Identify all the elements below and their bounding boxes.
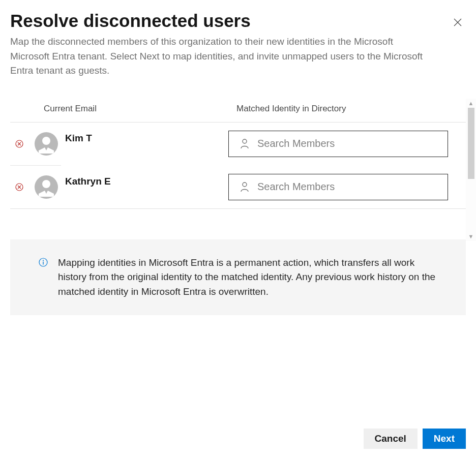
user-list: Current Email Matched Identity in Direct… bbox=[10, 99, 466, 209]
user-row: Kim T bbox=[10, 123, 466, 165]
avatar bbox=[35, 175, 58, 199]
search-members-field[interactable] bbox=[228, 131, 448, 157]
search-members-field[interactable] bbox=[228, 174, 448, 200]
user-name: Kathryn E bbox=[58, 176, 228, 187]
search-members-input[interactable] bbox=[257, 181, 448, 193]
scroll-down-arrow-icon[interactable]: ▼ bbox=[466, 232, 476, 241]
svg-point-7 bbox=[43, 260, 44, 261]
close-button[interactable] bbox=[452, 16, 464, 28]
column-current-email: Current Email bbox=[10, 104, 236, 114]
remove-circle-icon bbox=[15, 183, 23, 191]
panel-description: Map the disconnected members of this org… bbox=[10, 35, 427, 78]
person-search-icon bbox=[240, 139, 249, 149]
user-name: Kim T bbox=[58, 133, 228, 144]
remove-user-button[interactable] bbox=[14, 182, 24, 192]
user-row: Kathryn E bbox=[10, 166, 466, 208]
person-icon bbox=[35, 175, 58, 199]
svg-rect-8 bbox=[43, 261, 43, 264]
svg-point-5 bbox=[243, 182, 247, 187]
panel-footer: Cancel Next bbox=[10, 419, 466, 458]
person-icon bbox=[35, 132, 58, 156]
panel-title: Resolve disconnected users bbox=[10, 10, 251, 32]
svg-point-2 bbox=[243, 139, 247, 143]
avatar bbox=[35, 132, 58, 156]
remove-user-button[interactable] bbox=[14, 139, 24, 149]
next-button[interactable]: Next bbox=[423, 429, 466, 449]
panel-header: Resolve disconnected users bbox=[10, 10, 466, 32]
info-icon bbox=[39, 258, 48, 267]
info-text: Mapping identities in Microsoft Entra is… bbox=[58, 256, 444, 299]
cancel-button[interactable]: Cancel bbox=[364, 429, 418, 449]
column-matched-identity: Matched Identity in Directory bbox=[236, 104, 466, 114]
svg-point-1 bbox=[42, 137, 50, 145]
scroll-up-arrow-icon[interactable]: ▲ bbox=[466, 99, 476, 108]
resolve-users-panel: Resolve disconnected users Map the disco… bbox=[0, 0, 476, 458]
close-icon bbox=[454, 18, 462, 26]
scroll-thumb[interactable] bbox=[468, 108, 474, 179]
vertical-scrollbar[interactable]: ▲ ▼ bbox=[466, 99, 476, 241]
search-members-input[interactable] bbox=[257, 138, 448, 149]
remove-circle-icon bbox=[15, 140, 23, 148]
column-headers: Current Email Matched Identity in Direct… bbox=[10, 99, 466, 122]
person-search-icon bbox=[240, 182, 249, 192]
svg-point-4 bbox=[42, 180, 50, 188]
info-callout: Mapping identities in Microsoft Entra is… bbox=[10, 239, 466, 316]
divider bbox=[10, 208, 466, 209]
